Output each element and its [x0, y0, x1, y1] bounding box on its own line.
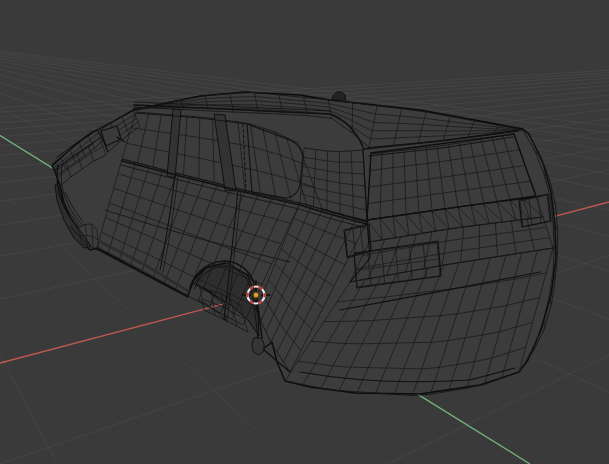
cursor-center-dot [253, 292, 259, 298]
blender-3d-viewport[interactable] [0, 0, 609, 464]
tow-hook [252, 338, 264, 355]
viewport-canvas[interactable] [0, 0, 609, 464]
